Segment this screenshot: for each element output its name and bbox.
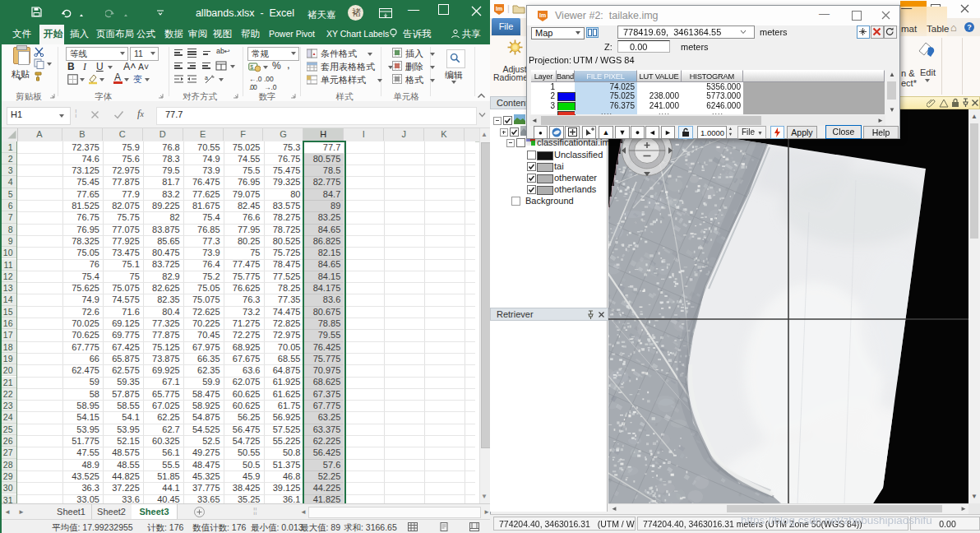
svg-text:Im: Im — [496, 6, 502, 12]
svg-text:Im: Im — [539, 12, 546, 18]
